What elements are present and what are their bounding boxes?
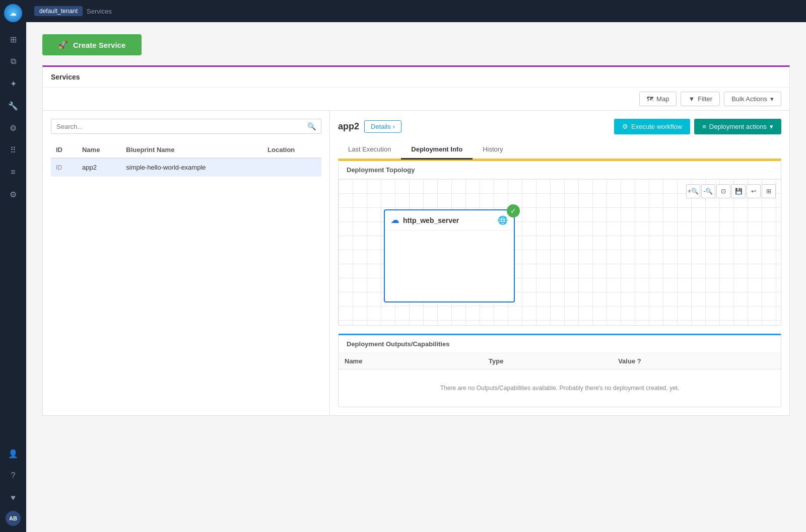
sidebar-item-config[interactable]: ⚙ [4, 185, 22, 203]
details-chevron-icon: › [393, 123, 395, 130]
zoom-in-button[interactable]: +🔍 [686, 184, 700, 198]
rocket-icon: 🚀 [58, 40, 68, 49]
map-icon: 🗺 [647, 95, 653, 103]
deployment-actions-label: Deployment actions [709, 123, 767, 130]
create-service-button[interactable]: 🚀 Create Service [42, 34, 142, 55]
service-name-label: app2 [338, 121, 359, 132]
deployment-actions-button[interactable]: ≡ Deployment actions ▾ [694, 119, 781, 134]
table-row[interactable]: ID app2 simple-hello-world-example [51, 158, 321, 177]
content-area: 🚀 Create Service Services 🗺 Map ▼ Filter [26, 22, 806, 532]
node-globe-icon: 🌐 [498, 215, 508, 225]
outputs-empty-row: There are no Outputs/Capabilities availa… [339, 369, 781, 407]
tabs-bar: Last Execution Deployment Info History [338, 140, 781, 160]
details-label: Details [371, 123, 391, 130]
node-cloud-icon: ☁ [391, 215, 399, 225]
right-panel-header: app2 Details › ⚙ Execute workflow [338, 119, 781, 134]
user-profile-icon[interactable]: 👤 [4, 444, 22, 463]
cell-id: ID [51, 158, 77, 177]
cell-name: app2 [77, 158, 121, 177]
sidebar-item-plugins[interactable]: ⠿ [4, 141, 22, 159]
deployment-chevron-icon: ▾ [770, 123, 773, 130]
col-id: ID [51, 142, 77, 158]
deployment-icon: ≡ [702, 123, 706, 130]
create-service-label: Create Service [73, 41, 125, 49]
node-success-badge: ✓ [507, 204, 520, 217]
right-panel: app2 Details › ⚙ Execute workflow [330, 111, 789, 415]
app-logo[interactable]: ☁ [4, 4, 22, 22]
map-button[interactable]: 🗺 Map [639, 92, 677, 106]
value-help-icon[interactable]: ? [637, 357, 641, 365]
sidebar: ☁ ⊞ ⧉ ✦ 🔧 ⚙ ⠿ ≡ ⚙ 👤 ? ♥ AB [0, 0, 26, 532]
grid-button[interactable]: ⊞ [762, 184, 776, 198]
services-section-title: Services [43, 67, 789, 88]
bulk-actions-label: Bulk Actions [731, 95, 767, 103]
outputs-col-type: Type [483, 353, 612, 369]
save-layout-button[interactable]: 💾 [731, 184, 746, 198]
filter-label: Filter [698, 95, 712, 103]
execute-icon: ⚙ [622, 123, 628, 130]
col-location: Location [262, 142, 321, 158]
outputs-section-title: Deployment Outputs/Capabilities [339, 335, 781, 353]
search-input[interactable] [56, 123, 304, 130]
undo-button[interactable]: ↩ [747, 184, 761, 198]
node-name-label: http_web_server [403, 216, 459, 224]
deployment-topology-section: Deployment Topology +🔍 -🔍 ⊡ 💾 ↩ ⊞ [338, 160, 781, 326]
title-area: app2 Details › [338, 120, 401, 133]
main-content: default_tenant Services 🚀 Create Service… [26, 0, 806, 532]
sidebar-item-list[interactable]: ≡ [4, 163, 22, 181]
sidebar-item-settings[interactable]: ⚙ [4, 119, 22, 137]
outputs-col-value: Value ? [612, 353, 781, 369]
services-body: 🔍 ID Name Blueprint Name Location [43, 111, 789, 415]
col-name: Name [77, 142, 121, 158]
sidebar-bottom: 👤 ? ♥ AB [4, 442, 22, 528]
filter-icon: ▼ [688, 95, 695, 103]
node-header: ☁ http_web_server 🌐 [385, 210, 514, 231]
outputs-table: Name Type Value ? There are no Outputs/C… [339, 353, 781, 407]
tab-deployment-info[interactable]: Deployment Info [401, 140, 473, 160]
details-button[interactable]: Details › [364, 120, 401, 133]
filter-button[interactable]: ▼ Filter [681, 92, 720, 106]
sidebar-item-deployments[interactable]: ✦ [4, 74, 22, 93]
execute-workflow-button[interactable]: ⚙ Execute workflow [614, 119, 690, 134]
health-icon[interactable]: ♥ [4, 489, 22, 507]
topbar: default_tenant Services [26, 0, 806, 22]
services-table: ID Name Blueprint Name Location ID app2 … [51, 142, 321, 177]
topology-toolbar: +🔍 -🔍 ⊡ 💾 ↩ ⊞ [686, 184, 776, 198]
right-panel-actions: ⚙ Execute workflow ≡ Deployment actions … [614, 119, 781, 134]
tab-history[interactable]: History [473, 140, 513, 160]
sidebar-item-dashboard[interactable]: ⊞ [4, 30, 22, 48]
zoom-out-button[interactable]: -🔍 [701, 184, 715, 198]
bulk-actions-button[interactable]: Bulk Actions ▾ [724, 92, 781, 106]
cell-location [262, 158, 321, 177]
tenant-label[interactable]: default_tenant [34, 6, 83, 16]
avatar[interactable]: AB [6, 511, 21, 526]
tab-last-execution[interactable]: Last Execution [338, 140, 401, 160]
bulk-actions-chevron: ▾ [770, 95, 774, 103]
topology-canvas[interactable]: +🔍 -🔍 ⊡ 💾 ↩ ⊞ ☁ http_web_server [339, 179, 781, 325]
logo-icon: ☁ [10, 9, 17, 17]
sidebar-item-services[interactable]: 🔧 [4, 97, 22, 115]
execute-workflow-label: Execute workflow [631, 123, 682, 130]
sidebar-item-blueprints[interactable]: ⧉ [4, 52, 22, 70]
topology-section-title: Deployment Topology [339, 161, 781, 179]
services-section: Services 🗺 Map ▼ Filter Bulk Actions ▾ [42, 65, 790, 416]
outputs-col-name: Name [339, 353, 483, 369]
topology-node[interactable]: ☁ http_web_server 🌐 ✓ [384, 209, 515, 302]
breadcrumb: Services [87, 8, 112, 15]
col-blueprint: Blueprint Name [121, 142, 262, 158]
outputs-section: Deployment Outputs/Capabilities Name Typ… [338, 334, 781, 407]
outputs-empty-message: There are no Outputs/Capabilities availa… [339, 369, 781, 407]
map-label: Map [656, 95, 669, 103]
fit-button[interactable]: ⊡ [716, 184, 730, 198]
cell-blueprint: simple-hello-world-example [121, 158, 262, 177]
help-icon[interactable]: ? [4, 467, 22, 485]
left-panel: 🔍 ID Name Blueprint Name Location [43, 111, 330, 415]
search-bar: 🔍 [51, 119, 321, 134]
search-icon: 🔍 [307, 122, 316, 130]
